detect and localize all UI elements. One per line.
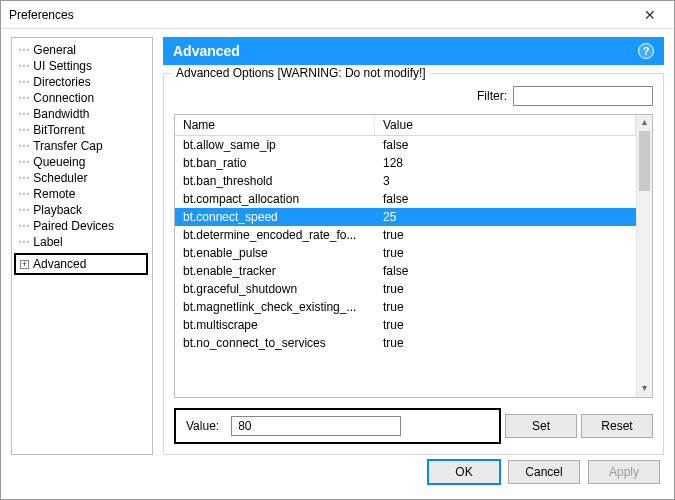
reset-button[interactable]: Reset (581, 414, 653, 438)
cancel-button[interactable]: Cancel (508, 460, 580, 484)
cell-name: bt.determine_encoded_rate_fo... (175, 226, 375, 244)
cell-value: true (375, 334, 636, 352)
column-name[interactable]: Name (175, 115, 375, 135)
table-row[interactable]: bt.multiscrapetrue (175, 316, 636, 334)
sidebar-item-transfer-cap[interactable]: ⋯ Transfer Cap (14, 138, 150, 154)
sidebar-item-advanced[interactable]: +Advanced (14, 253, 148, 275)
content-panel: Advanced ? Advanced Options [WARNING: Do… (163, 37, 664, 455)
sidebar-item-playback[interactable]: ⋯ Playback (14, 202, 150, 218)
cell-name: bt.ban_ratio (175, 154, 375, 172)
content-title: Advanced (173, 43, 240, 59)
cell-value: true (375, 226, 636, 244)
window-title: Preferences (9, 8, 74, 22)
cell-name: bt.graceful_shutdown (175, 280, 375, 298)
cell-name: bt.no_connect_to_services (175, 334, 375, 352)
column-value[interactable]: Value (375, 115, 636, 135)
cell-value: true (375, 298, 636, 316)
cell-name: bt.ban_threshold (175, 172, 375, 190)
sidebar-item-connection[interactable]: ⋯ Connection (14, 90, 150, 106)
cell-name: bt.enable_pulse (175, 244, 375, 262)
help-icon[interactable]: ? (638, 43, 654, 59)
sidebar-item-directories[interactable]: ⋯ Directories (14, 74, 150, 90)
cell-name: bt.enable_tracker (175, 262, 375, 280)
cell-value: false (375, 262, 636, 280)
sidebar-item-scheduler[interactable]: ⋯ Scheduler (14, 170, 150, 186)
cell-name: bt.compact_allocation (175, 190, 375, 208)
sidebar-item-queueing[interactable]: ⋯ Queueing (14, 154, 150, 170)
set-button[interactable]: Set (505, 414, 577, 438)
titlebar: Preferences ✕ (1, 1, 674, 29)
table-row[interactable]: bt.no_connect_to_servicestrue (175, 334, 636, 352)
cell-value: false (375, 136, 636, 154)
ok-button[interactable]: OK (428, 460, 500, 484)
sidebar-item-remote[interactable]: ⋯ Remote (14, 186, 150, 202)
cell-value: true (375, 280, 636, 298)
filter-row: Filter: (174, 86, 653, 106)
table-row[interactable]: bt.compact_allocationfalse (175, 190, 636, 208)
cell-value: false (375, 190, 636, 208)
table-row[interactable]: bt.graceful_shutdowntrue (175, 280, 636, 298)
sidebar-item-label[interactable]: ⋯ Label (14, 234, 150, 250)
value-editor-row: Value: Set Reset (174, 408, 653, 444)
table-row[interactable]: bt.enable_pulsetrue (175, 244, 636, 262)
cell-value: 25 (375, 208, 636, 226)
cell-name: bt.multiscrape (175, 316, 375, 334)
sidebar-item-ui-settings[interactable]: ⋯ UI Settings (14, 58, 150, 74)
table-row[interactable]: bt.allow_same_ipfalse (175, 136, 636, 154)
sidebar-item-bandwidth[interactable]: ⋯ Bandwidth (14, 106, 150, 122)
cell-value: 3 (375, 172, 636, 190)
cell-value: true (375, 244, 636, 262)
scroll-down-icon[interactable]: ▾ (637, 381, 652, 397)
sidebar-item-bittorrent[interactable]: ⋯ BitTorrent (14, 122, 150, 138)
scroll-thumb[interactable] (639, 131, 650, 191)
sidebar-item-paired-devices[interactable]: ⋯ Paired Devices (14, 218, 150, 234)
cell-name: bt.connect_speed (175, 208, 375, 226)
table-row[interactable]: bt.magnetlink_check_existing_...true (175, 298, 636, 316)
apply-button[interactable]: Apply (588, 460, 660, 484)
content-header: Advanced ? (163, 37, 664, 65)
options-table: Name Value bt.allow_same_ipfalsebt.ban_r… (174, 114, 653, 398)
close-icon[interactable]: ✕ (630, 2, 670, 28)
table-row[interactable]: bt.ban_ratio128 (175, 154, 636, 172)
table-row[interactable]: bt.enable_trackerfalse (175, 262, 636, 280)
preferences-window: Preferences ✕ ⋯ General ⋯ UI Settings ⋯ … (0, 0, 675, 500)
cell-value: true (375, 316, 636, 334)
table-row[interactable]: bt.determine_encoded_rate_fo...true (175, 226, 636, 244)
category-tree: ⋯ General ⋯ UI Settings ⋯ Directories ⋯ … (11, 37, 153, 455)
vertical-scrollbar[interactable]: ▴ ▾ (636, 115, 652, 397)
value-editor-box: Value: (174, 408, 501, 444)
scroll-up-icon[interactable]: ▴ (637, 115, 652, 131)
dialog-footer: OK Cancel Apply (1, 455, 674, 499)
value-label: Value: (186, 419, 219, 433)
table-header: Name Value (175, 115, 636, 136)
cell-name: bt.allow_same_ip (175, 136, 375, 154)
groupbox-title: Advanced Options [WARNING: Do not modify… (172, 66, 430, 80)
advanced-options-group: Advanced Options [WARNING: Do not modify… (163, 73, 664, 455)
table-row[interactable]: bt.connect_speed25 (175, 208, 636, 226)
filter-input[interactable] (513, 86, 653, 106)
expand-icon[interactable]: + (20, 260, 29, 269)
cell-name: bt.magnetlink_check_existing_... (175, 298, 375, 316)
sidebar-item-general[interactable]: ⋯ General (14, 42, 150, 58)
table-row[interactable]: bt.ban_threshold3 (175, 172, 636, 190)
value-input[interactable] (231, 416, 401, 436)
filter-label: Filter: (477, 89, 507, 103)
cell-value: 128 (375, 154, 636, 172)
